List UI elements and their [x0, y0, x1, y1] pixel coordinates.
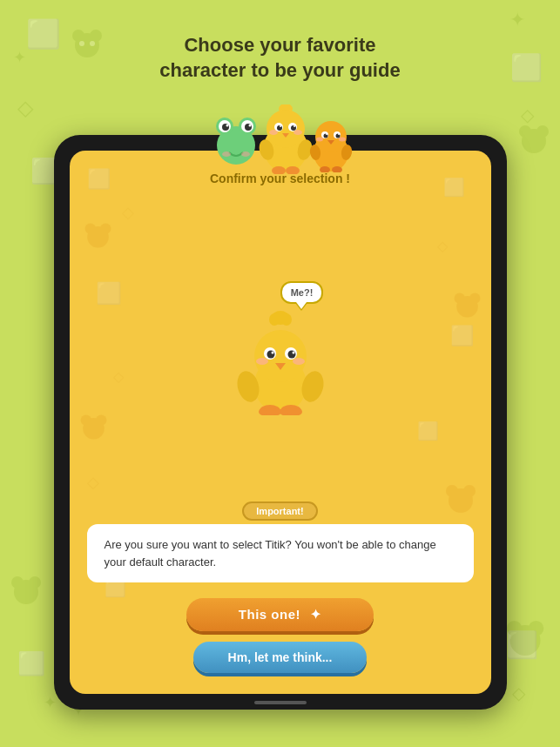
- page-header: Choose your favorite character to be you…: [141, 33, 420, 83]
- svg-point-7: [536, 125, 549, 138]
- t-deco: ◇: [113, 368, 124, 385]
- buttons-area: This one! ✦ Hm, let me think...: [186, 598, 374, 673]
- svg-point-33: [293, 125, 295, 127]
- svg-point-2: [90, 30, 102, 42]
- warning-text: Are you sure you want to select Titik? Y…: [105, 536, 456, 570]
- svg-point-64: [446, 485, 458, 497]
- svg-point-85: [280, 408, 288, 415]
- deco-shape: ⬜: [17, 650, 45, 677]
- chick-big-character: [258, 104, 314, 174]
- tablet-home-indicator: [254, 701, 307, 704]
- svg-point-13: [529, 621, 544, 636]
- svg-point-61: [80, 415, 91, 426]
- tablet-screen: ⬜ ◇ ⬜ ◇ ⬜ ⬜ ◇ ⬜ ◇ ⬜ ⬜: [70, 151, 491, 694]
- svg-point-56: [100, 224, 111, 234]
- characters-illustration: [193, 78, 368, 174]
- svg-point-47: [338, 133, 340, 135]
- deco-shape: ⬜: [510, 52, 543, 83]
- svg-point-86: [293, 408, 302, 415]
- speech-bubble: Me?!: [280, 281, 324, 304]
- deco-shape: ⬜: [26, 17, 61, 50]
- svg-point-27: [267, 110, 305, 148]
- deco-shape: ◇: [512, 683, 525, 703]
- svg-point-75: [271, 351, 273, 353]
- svg-point-46: [326, 133, 327, 135]
- svg-point-76: [292, 351, 294, 353]
- confirm-button[interactable]: This one! ✦: [186, 598, 374, 631]
- svg-point-23: [222, 151, 231, 157]
- chick-small-character: [307, 116, 355, 172]
- svg-point-48: [316, 138, 323, 142]
- t-deco: ⬜: [450, 325, 474, 347]
- svg-point-31: [291, 125, 296, 131]
- deco-bear: [503, 616, 547, 660]
- svg-point-9: [11, 576, 24, 589]
- svg-point-58: [454, 293, 464, 304]
- svg-point-62: [96, 415, 106, 426]
- svg-point-49: [339, 138, 346, 142]
- svg-point-55: [84, 224, 95, 234]
- svg-point-10: [29, 576, 41, 589]
- deco-bear: [516, 122, 551, 157]
- character-display-area: Me?!: [233, 203, 328, 493]
- svg-point-35: [293, 130, 302, 135]
- warning-box: Are you sure you want to select Titik? Y…: [87, 524, 474, 582]
- svg-point-65: [463, 485, 476, 497]
- page-title: Choose your favorite character to be you…: [141, 33, 420, 83]
- svg-point-41: [315, 121, 347, 152]
- svg-point-73: [267, 350, 274, 358]
- svg-point-1: [72, 30, 84, 42]
- svg-point-24: [241, 151, 250, 157]
- t-deco: ⬜: [443, 177, 465, 198]
- t-deco-bear: [443, 481, 478, 516]
- svg-point-77: [256, 358, 268, 365]
- cancel-button[interactable]: Hm, let me think...: [193, 642, 368, 673]
- important-badge: Important!: [242, 501, 317, 521]
- t-deco-bear: [78, 412, 109, 442]
- deco-shape: ✦: [44, 693, 57, 712]
- deco-shape: ✦: [13, 48, 26, 67]
- sparkle-icon: ✦: [310, 607, 322, 622]
- titik-character: [233, 311, 328, 415]
- deco-shape: ✦: [509, 9, 525, 31]
- t-deco: ◇: [87, 473, 99, 492]
- svg-point-78: [293, 358, 305, 365]
- t-deco: ◇: [122, 203, 134, 222]
- svg-point-6: [519, 125, 531, 138]
- svg-point-68: [281, 313, 292, 326]
- t-deco: ◇: [437, 238, 448, 254]
- t-deco-bear: [452, 290, 482, 320]
- t-deco: ⬜: [87, 168, 111, 191]
- svg-point-22: [248, 124, 251, 127]
- svg-point-12: [507, 621, 523, 636]
- svg-point-67: [269, 313, 280, 326]
- t-deco-bear: [83, 220, 113, 251]
- svg-point-59: [469, 293, 480, 304]
- svg-point-70: [254, 330, 307, 382]
- svg-point-34: [269, 130, 278, 135]
- svg-point-83: [259, 408, 267, 415]
- t-deco: ⬜: [417, 421, 439, 441]
- deco-shape: ◇: [17, 96, 33, 120]
- t-deco: ⬜: [96, 281, 122, 306]
- svg-point-32: [280, 125, 281, 127]
- svg-point-21: [226, 124, 228, 127]
- svg-point-3: [79, 41, 84, 46]
- tablet-frame: ⬜ ◇ ⬜ ◇ ⬜ ⬜ ◇ ⬜ ◇ ⬜ ⬜: [54, 135, 507, 710]
- svg-point-30: [277, 125, 282, 131]
- deco-bear: [70, 26, 105, 61]
- svg-point-4: [90, 41, 95, 46]
- svg-point-74: [287, 350, 295, 358]
- deco-bear: [9, 573, 44, 608]
